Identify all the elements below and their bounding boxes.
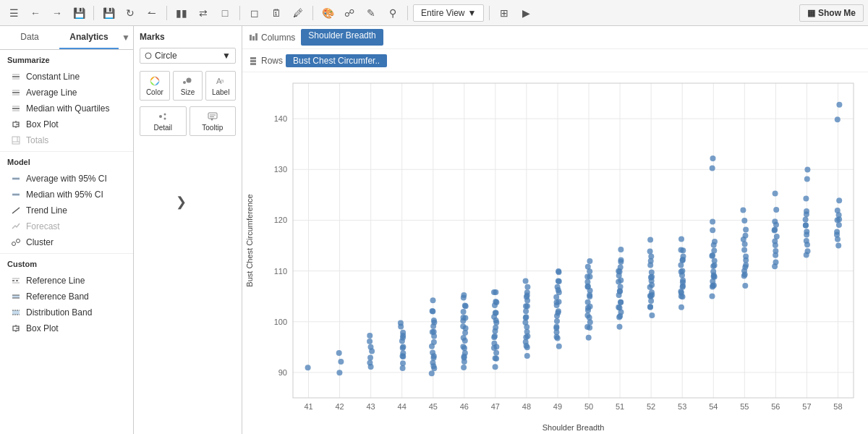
svg-point-303 (524, 333, 530, 339)
forward-icon[interactable]: → (48, 4, 67, 22)
svg-rect-50 (252, 36, 255, 41)
svg-point-334 (461, 295, 467, 301)
marks-type-dropdown[interactable]: Circle ▼ (140, 48, 236, 64)
tab-data[interactable]: Data (0, 26, 59, 49)
back-icon[interactable]: ← (26, 4, 45, 22)
svg-point-330 (430, 309, 435, 315)
tooltip-icon[interactable]: ☍ (340, 4, 359, 22)
tab-arrow[interactable]: ▼ (119, 26, 133, 49)
highlighter-icon[interactable]: ✎ (362, 4, 380, 22)
svg-point-251 (743, 227, 749, 233)
summarize-section: Summarize Constant Line Average Line Med… (0, 50, 133, 151)
model-section: Model Average with 95% CI Median with 95… (0, 152, 133, 253)
svg-point-331 (463, 326, 469, 331)
svg-text:Bust Chest Circumference: Bust Chest Circumference (245, 194, 254, 286)
swap-icon[interactable]: ⇄ (194, 4, 213, 22)
svg-point-43 (164, 114, 166, 116)
filter-icon[interactable]: ⚲ (383, 4, 402, 22)
view-dropdown[interactable]: Entire View ▼ (413, 4, 484, 22)
undo-icon[interactable]: ↻ (121, 4, 140, 22)
svg-point-145 (462, 338, 468, 344)
reference-band-label: Reference Band (26, 292, 89, 302)
annotate-icon[interactable]: 🖉 (289, 4, 307, 22)
columns-pill[interactable]: Shoulder Breadth (301, 29, 383, 46)
marks-detail-button[interactable]: Detail (140, 106, 187, 136)
bar-chart-icon[interactable]: ▮▮ (172, 4, 191, 22)
svg-point-323 (742, 272, 748, 278)
menu-icon[interactable]: ☰ (4, 4, 23, 22)
tab-analytics[interactable]: Analytics (59, 26, 119, 49)
view-label: Entire View (421, 8, 464, 18)
color-icon[interactable]: 🎨 (318, 4, 337, 22)
svg-point-371 (710, 252, 715, 258)
svg-rect-52 (250, 57, 256, 59)
trend-line-label: Trend Line (26, 205, 67, 216)
item-median-quartiles[interactable]: Median with Quartiles (7, 101, 126, 116)
chart-type-icon: ▦ (807, 8, 815, 18)
item-reference-band[interactable]: Reference Band (7, 289, 126, 305)
scatter-plot: 9010011012013014041424344454647484950515… (242, 72, 868, 434)
custom-section: Custom Reference Line Reference Band Dis… (0, 254, 133, 339)
item-box-plot-custom[interactable]: Box Plot (7, 320, 126, 336)
svg-text:a: a (221, 77, 224, 84)
svg-point-328 (430, 329, 435, 335)
item-box-plot-sum[interactable]: Box Plot (7, 116, 126, 132)
label-icon[interactable]: 🗓 (267, 4, 286, 22)
save-icon[interactable]: 💾 (69, 4, 88, 22)
item-trend-line[interactable]: Trend Line (7, 203, 126, 218)
svg-rect-49 (250, 35, 252, 41)
show-me-button[interactable]: ▦ Show Me (799, 4, 864, 22)
svg-text:Shoulder Breadth: Shoulder Breadth (542, 423, 605, 432)
svg-point-332 (461, 315, 467, 320)
chart-columns-row: Columns Shoulder Breadth (242, 26, 868, 49)
item-cluster[interactable]: Cluster (7, 234, 126, 250)
svg-point-230 (678, 237, 684, 242)
new-datasource-icon[interactable]: 💾 (99, 4, 118, 22)
item-reference-line[interactable]: Reference Line (7, 273, 126, 289)
chart-body[interactable]: 9010011012013014041424344454647484950515… (242, 72, 868, 434)
svg-point-374 (710, 156, 716, 161)
svg-point-288 (367, 360, 373, 366)
svg-point-366 (680, 258, 686, 263)
item-average-95ci[interactable]: Average with 95% CI (7, 171, 126, 187)
svg-point-273 (803, 196, 809, 202)
grid-icon[interactable]: ⊞ (495, 4, 514, 22)
item-median-95ci[interactable]: Median with 95% CI (7, 187, 126, 203)
item-distribution-band[interactable]: Distribution Band (7, 305, 126, 320)
svg-point-377 (773, 191, 778, 197)
redo-icon[interactable]: ↼ (142, 4, 161, 22)
svg-point-353 (618, 299, 624, 305)
marks-label-button[interactable]: A a Label (205, 71, 236, 101)
svg-point-241 (710, 227, 715, 233)
svg-point-375 (741, 218, 747, 224)
svg-point-308 (587, 325, 592, 331)
marks-buttons-grid: Color Size A a Label (140, 71, 236, 101)
show-me-label: Show Me (818, 8, 856, 18)
marks-row2: Detail Tooltip (140, 106, 236, 136)
svg-point-159 (493, 325, 498, 331)
svg-point-113 (367, 333, 373, 339)
svg-point-265 (773, 242, 778, 248)
rows-pill[interactable]: Bust Chest Circumfer.. (286, 54, 387, 67)
marks-color-button[interactable]: Color (140, 71, 170, 101)
average-line-label: Average Line (26, 88, 77, 98)
cluster-icon (10, 237, 22, 248)
average-95ci-label: Average with 95% CI (26, 174, 107, 184)
group-icon[interactable]: ◻ (245, 4, 264, 22)
svg-point-311 (616, 315, 622, 320)
svg-point-171 (524, 324, 529, 330)
svg-point-316 (678, 305, 684, 310)
marks-title: Marks (140, 32, 236, 42)
sep2 (166, 6, 167, 20)
marks-size-button[interactable]: Size (173, 71, 203, 101)
svg-point-168 (523, 278, 529, 284)
svg-point-130 (430, 297, 436, 303)
marks-tooltip-button[interactable]: Tooltip (190, 106, 237, 136)
present-icon[interactable]: ▶ (516, 4, 535, 22)
svg-point-358 (648, 294, 654, 299)
fit-icon[interactable]: □ (216, 4, 234, 22)
item-constant-line[interactable]: Constant Line (7, 69, 126, 85)
rows-label: Rows (261, 56, 283, 66)
svg-point-194 (587, 258, 592, 264)
item-average-line[interactable]: Average Line (7, 85, 126, 101)
